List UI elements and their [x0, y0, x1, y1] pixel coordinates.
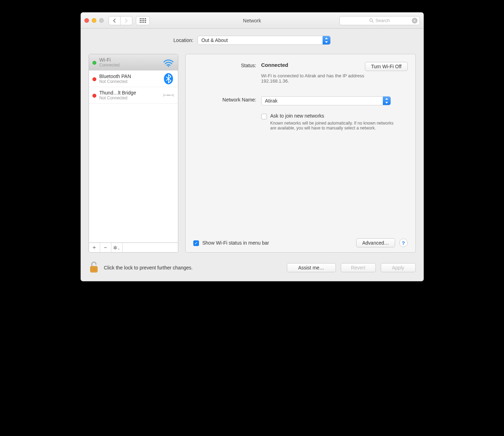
chevron-left-icon [113, 19, 116, 23]
turn-wifi-off-button[interactable]: Turn Wi-Fi Off [365, 62, 407, 71]
show-status-label: Show Wi-Fi status in menu bar [202, 240, 269, 246]
status-description: Wi-Fi is connected to Atirak and has the… [261, 73, 391, 84]
window-title: Network [243, 18, 261, 23]
svg-rect-7 [90, 266, 97, 272]
clear-search-button[interactable]: ✕ [412, 18, 417, 23]
search-icon [369, 18, 374, 23]
popup-stepper-icon [383, 97, 391, 105]
search-input[interactable]: Search ✕ [339, 16, 420, 25]
sidebar-item-bluetooth[interactable]: Bluetooth PAN Not Connected [89, 71, 178, 87]
status-row: Status: Connected Turn Wi-Fi Off Wi-Fi i… [193, 62, 408, 84]
interface-status: Not Connected [99, 96, 159, 100]
ask-join-row: Ask to join new networks Known networks … [193, 113, 408, 131]
svg-line-1 [372, 21, 373, 23]
status-dot-disconnected-icon [92, 94, 96, 98]
sidebar-item-text: Wi-Fi Connected [99, 57, 159, 68]
status-label: Status: [193, 62, 256, 84]
interface-actions-button[interactable]: ✲⌄ [111, 243, 123, 252]
interface-status: Connected [99, 63, 159, 68]
status-dot-connected-icon [92, 61, 96, 65]
svg-point-4 [166, 94, 168, 96]
window-footer: Click the lock to prevent further change… [89, 260, 416, 275]
network-name-popup[interactable]: Atirak [261, 96, 391, 105]
sidebar-item-thunderbolt[interactable]: Thund…lt Bridge Not Connected [89, 87, 178, 104]
detail-bottom-row: Show Wi-Fi status in menu bar Advanced… … [193, 238, 408, 247]
back-button[interactable] [109, 16, 120, 25]
network-name-value: Atirak [265, 98, 278, 104]
network-name-row: Network Name: Atirak [193, 96, 408, 105]
sidebar-item-text: Bluetooth PAN Not Connected [99, 73, 159, 84]
content-columns: Wi-Fi Connected Bluetooth PAN Not Connec… [89, 54, 416, 253]
svg-point-6 [169, 94, 170, 96]
close-window-button[interactable] [84, 18, 89, 23]
gear-icon: ✲⌄ [113, 245, 120, 251]
help-button[interactable]: ? [399, 239, 408, 247]
location-popup[interactable]: Out & About [198, 36, 331, 45]
grid-icon [140, 18, 146, 23]
interface-name: Thund…lt Bridge [99, 90, 159, 96]
advanced-button[interactable]: Advanced… [356, 238, 395, 247]
apply-button[interactable]: Apply [381, 263, 416, 272]
minimize-window-button[interactable] [92, 18, 96, 23]
window-body: Location: Out & About Wi-Fi Connected [81, 29, 423, 281]
lock-section: Click the lock to prevent further change… [89, 260, 193, 275]
network-prefs-window: Network Search ✕ Location: Out & About [81, 12, 424, 281]
zoom-window-button[interactable] [99, 18, 104, 23]
detail-pane: Status: Connected Turn Wi-Fi Off Wi-Fi i… [185, 54, 416, 253]
toolbar-nav [109, 16, 132, 25]
popup-stepper-icon [323, 36, 330, 44]
sidebar-footer: ＋ − ✲⌄ [89, 243, 178, 253]
assist-me-button[interactable]: Assist me… [287, 263, 336, 272]
interface-list: Wi-Fi Connected Bluetooth PAN Not Connec… [89, 54, 178, 243]
revert-button[interactable]: Revert [341, 263, 376, 272]
show-all-button[interactable] [136, 16, 150, 25]
interface-status: Not Connected [99, 79, 159, 84]
search-placeholder: Search [375, 18, 390, 23]
sidebar-item-wifi[interactable]: Wi-Fi Connected [89, 54, 178, 71]
location-row: Location: Out & About [89, 36, 416, 45]
location-label: Location: [173, 37, 193, 43]
window-controls [84, 18, 104, 23]
ask-join-checkbox[interactable] [261, 114, 267, 119]
chevron-right-icon [124, 19, 128, 23]
ask-join-description: Known networks will be joined automatica… [270, 121, 396, 131]
wifi-icon [163, 57, 174, 68]
lock-text: Click the lock to prevent further change… [104, 265, 193, 270]
sidebar-item-text: Thund…lt Bridge Not Connected [99, 90, 159, 100]
interfaces-sidebar: Wi-Fi Connected Bluetooth PAN Not Connec… [89, 54, 178, 253]
svg-point-2 [168, 65, 169, 67]
ask-join-label: Ask to join new networks [270, 113, 396, 119]
svg-point-5 [168, 94, 169, 96]
interface-name: Wi-Fi [99, 57, 159, 63]
thunderbolt-bridge-icon [163, 90, 174, 100]
show-status-checkbox[interactable] [193, 240, 199, 246]
location-value: Out & About [201, 37, 228, 43]
add-interface-button[interactable]: ＋ [89, 243, 100, 252]
status-value: Connected [261, 62, 289, 68]
network-name-label: Network Name: [193, 96, 256, 105]
unlocked-lock-icon[interactable] [89, 260, 99, 275]
titlebar: Network Search ✕ [81, 13, 423, 29]
forward-button[interactable] [120, 16, 132, 25]
interface-name: Bluetooth PAN [99, 73, 159, 79]
footer-buttons: Assist me… Revert Apply [287, 263, 416, 272]
remove-interface-button[interactable]: − [100, 243, 111, 252]
status-dot-disconnected-icon [92, 77, 96, 81]
bluetooth-icon [163, 73, 174, 84]
